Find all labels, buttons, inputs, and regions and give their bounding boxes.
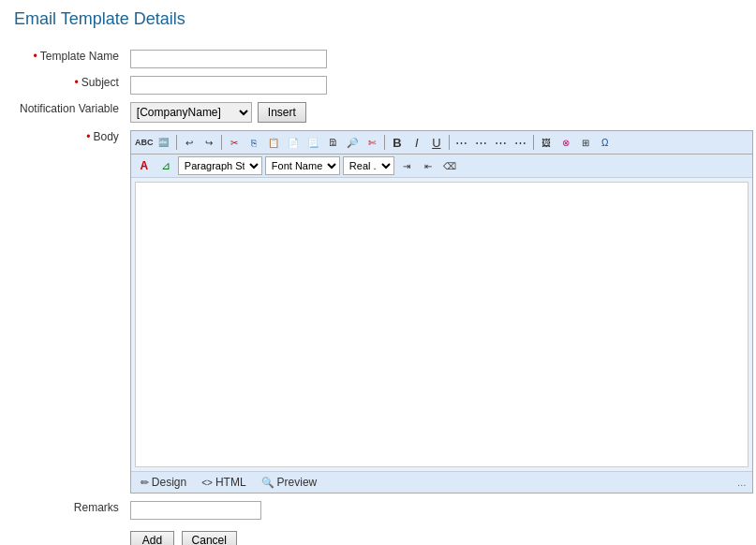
sep3 bbox=[384, 135, 385, 150]
insert-link-btn[interactable]: ⊗ bbox=[556, 133, 575, 152]
find-btn[interactable]: 🔎 bbox=[343, 133, 362, 152]
remarks-label: Remarks bbox=[14, 497, 125, 523]
form-table: •Template Name •Subject Notification Var… bbox=[14, 46, 756, 545]
tab-html-label: HTML bbox=[215, 476, 246, 489]
highlight-btn[interactable]: ⊿ bbox=[156, 156, 175, 175]
remarks-cell bbox=[125, 497, 756, 523]
notification-var-row: Notification Variable [CompanyName] [Ema… bbox=[14, 98, 756, 126]
underline-btn[interactable]: U bbox=[427, 133, 446, 152]
redo-btn[interactable]: ↪ bbox=[200, 133, 218, 152]
template-name-row: •Template Name bbox=[14, 46, 756, 72]
buttons-spacer bbox=[14, 523, 125, 545]
remarks-row: Remarks bbox=[14, 497, 756, 523]
body-required: • bbox=[86, 130, 90, 143]
cancel-button[interactable]: Cancel bbox=[182, 531, 237, 545]
decrease-indent-btn[interactable]: ⇤ bbox=[419, 156, 437, 175]
paste-word-btn[interactable]: 📄 bbox=[284, 133, 303, 152]
copy-btn[interactable]: ⎘ bbox=[245, 133, 263, 152]
select-all-btn[interactable]: ✄ bbox=[363, 133, 381, 152]
template-name-cell bbox=[125, 46, 756, 72]
buttons-cell: Add Cancel bbox=[125, 523, 756, 545]
buttons-row: Add Cancel bbox=[14, 523, 756, 545]
paste-plain-btn[interactable]: 📃 bbox=[304, 133, 322, 152]
undo-btn[interactable]: ↩ bbox=[180, 133, 199, 152]
toolbar-row1: ABC 🔤 ↩ ↪ ✂ ⎘ 📋 📄 📃 🖺 bbox=[131, 131, 752, 155]
align-right-btn[interactable]: ⋯ bbox=[492, 133, 511, 152]
paste-special-btn[interactable]: 🖺 bbox=[323, 133, 342, 152]
spell-options-btn[interactable]: 🔤 bbox=[155, 133, 173, 152]
toolbar-row2: A ⊿ Paragraph St... Font Name Real ... ⇥… bbox=[131, 155, 752, 178]
insert-table-btn[interactable]: ⊞ bbox=[576, 133, 595, 152]
resize-handle[interactable]: … bbox=[737, 478, 747, 488]
tab-preview-label: Preview bbox=[277, 476, 318, 489]
subject-input[interactable] bbox=[130, 76, 327, 95]
align-center-btn[interactable]: ⋯ bbox=[472, 133, 491, 152]
template-name-label: •Template Name bbox=[14, 46, 125, 72]
preview-tab-icon: 🔍 bbox=[261, 477, 274, 489]
tab-design-label: Design bbox=[152, 476, 186, 489]
tab-preview[interactable]: 🔍 Preview bbox=[258, 475, 321, 490]
body-label: •Body bbox=[14, 126, 125, 497]
font-size-select[interactable]: Real ... bbox=[343, 156, 394, 175]
font-name-select[interactable]: Font Name bbox=[265, 156, 340, 175]
notification-var-cell: [CompanyName] [Email] [FirstName] [LastN… bbox=[125, 98, 756, 126]
notification-var-label: Notification Variable bbox=[14, 98, 125, 126]
required-indicator: • bbox=[34, 50, 37, 63]
sep4 bbox=[449, 135, 450, 150]
editor-wrapper: ABC 🔤 ↩ ↪ ✂ ⎘ 📋 📄 📃 🖺 bbox=[130, 130, 753, 493]
increase-indent-btn[interactable]: ⇥ bbox=[397, 156, 416, 175]
sep5 bbox=[533, 135, 534, 150]
page-title: Email Template Details bbox=[14, 9, 742, 29]
clear-format-btn[interactable]: ⌫ bbox=[440, 156, 459, 175]
editor-footer: ✏ Design <> HTML 🔍 Preview … bbox=[131, 471, 752, 493]
cut-btn[interactable]: ✂ bbox=[225, 133, 244, 152]
subject-cell bbox=[125, 72, 756, 98]
html-tab-icon: <> bbox=[201, 478, 213, 488]
paste-btn[interactable]: 📋 bbox=[264, 133, 283, 152]
editor-body[interactable] bbox=[135, 182, 749, 467]
subject-label: •Subject bbox=[14, 72, 125, 98]
font-color-btn[interactable]: A bbox=[135, 156, 154, 175]
subject-row: •Subject bbox=[14, 72, 756, 98]
editor-tabs: ✏ Design <> HTML 🔍 Preview bbox=[137, 475, 320, 490]
sep1 bbox=[176, 135, 177, 150]
body-row: •Body ABC 🔤 ↩ ↪ bbox=[14, 126, 756, 497]
spell-check-btn[interactable]: ABC bbox=[135, 133, 154, 152]
notification-var-select[interactable]: [CompanyName] [Email] [FirstName] [LastN… bbox=[130, 102, 252, 123]
insert-special-btn[interactable]: Ω bbox=[596, 133, 615, 152]
subject-required: • bbox=[75, 76, 79, 89]
paragraph-style-select[interactable]: Paragraph St... bbox=[178, 156, 262, 175]
tab-design[interactable]: ✏ Design bbox=[137, 475, 190, 490]
justify-btn[interactable]: ⋯ bbox=[511, 133, 530, 152]
body-cell: ABC 🔤 ↩ ↪ ✂ ⎘ 📋 📄 📃 🖺 bbox=[125, 126, 756, 497]
bold-btn[interactable]: B bbox=[388, 133, 407, 152]
insert-image-btn[interactable]: 🖼 bbox=[537, 133, 556, 152]
sep2 bbox=[221, 135, 222, 150]
template-name-input[interactable] bbox=[130, 50, 327, 68]
tab-html[interactable]: <> HTML bbox=[198, 475, 249, 490]
add-button[interactable]: Add bbox=[130, 531, 174, 545]
remarks-input[interactable] bbox=[130, 501, 261, 520]
insert-button[interactable]: Insert bbox=[258, 102, 306, 123]
design-tab-icon: ✏ bbox=[141, 477, 149, 489]
align-left-btn[interactable]: ⋯ bbox=[452, 133, 471, 152]
italic-btn[interactable]: I bbox=[408, 133, 426, 152]
